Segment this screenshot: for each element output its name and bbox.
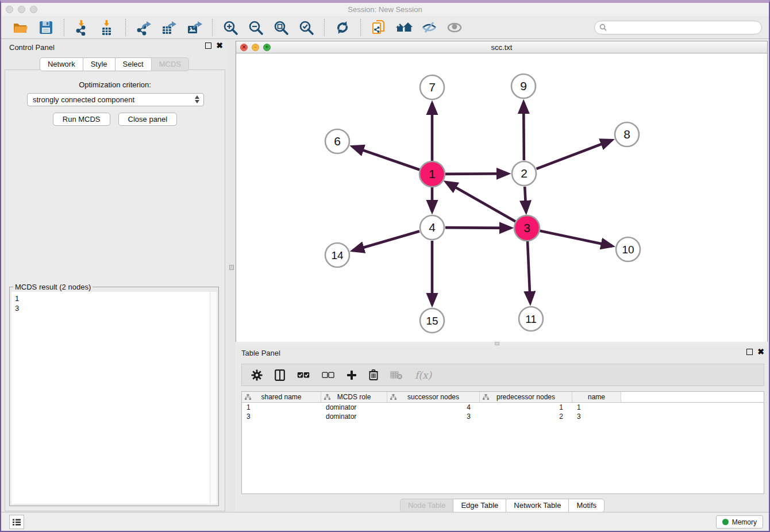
svg-text:8: 8 [623, 128, 630, 141]
table-cell: dominator [321, 412, 387, 421]
edge-4-3[interactable] [445, 228, 511, 228]
edge-4-14[interactable] [353, 231, 419, 250]
graph-node-7[interactable]: 7 [420, 75, 444, 99]
export-table-icon[interactable] [160, 19, 178, 36]
save-session-icon[interactable] [37, 19, 55, 36]
edge-2-8[interactable] [537, 140, 612, 169]
zoom-fit-icon[interactable] [272, 19, 290, 36]
toolbar-separator [212, 19, 213, 36]
memory-label: Memory [732, 518, 757, 526]
clone-network-icon[interactable] [370, 19, 387, 36]
table-cell: 1 [242, 403, 321, 412]
graph-node-10[interactable]: 10 [616, 237, 640, 261]
edge-1-2[interactable] [445, 174, 508, 174]
graph-node-2[interactable]: 2 [512, 161, 536, 186]
float-panel-icon[interactable] [205, 43, 211, 49]
tab-motifs[interactable]: Motifs [568, 499, 605, 512]
svg-text:3: 3 [523, 221, 530, 234]
control-panel-tabs: NetworkStyleSelectMCDS [1, 57, 228, 71]
graph-node-3[interactable]: 3 [514, 215, 540, 241]
graph-node-15[interactable]: 15 [420, 309, 444, 333]
graph-node-9[interactable]: 9 [511, 74, 536, 98]
edge-2-3[interactable] [525, 187, 526, 212]
trash-icon[interactable] [369, 368, 378, 382]
result-scrollbar[interactable] [210, 292, 217, 504]
list-icon [12, 518, 21, 526]
table-row[interactable]: 3dominator323 [242, 412, 764, 421]
import-table-icon[interactable] [99, 19, 116, 36]
optimization-criterion-label: Optimization criterion: [5, 80, 225, 89]
close-panel-icon[interactable]: ✖ [216, 43, 223, 49]
graph-node-14[interactable]: 14 [325, 243, 349, 267]
vertical-splitter-handle[interactable] [229, 265, 234, 270]
close-table-panel-icon[interactable]: ✖ [757, 349, 764, 355]
column-header-shared-name[interactable]: shared name [242, 392, 321, 402]
refresh-icon[interactable] [334, 19, 351, 36]
control-panel: Control Panel ✖ NetworkStyleSelectMCDS O… [1, 40, 228, 516]
search-box[interactable] [594, 21, 762, 34]
table-cell: dominator [321, 403, 387, 412]
mcds-tab-content: Optimization criterion: strongly connect… [5, 70, 225, 511]
deselect-all-icon[interactable] [322, 368, 334, 382]
horizontal-splitter-handle[interactable] [495, 342, 499, 345]
graph-node-11[interactable]: 11 [519, 307, 543, 331]
search-input[interactable] [610, 23, 748, 32]
gear-icon[interactable] [251, 368, 263, 382]
table-row[interactable]: 1dominator411 [242, 403, 764, 412]
zoom-selected-icon[interactable] [298, 19, 315, 36]
zoom-out-icon[interactable] [247, 19, 264, 36]
select-all-icon[interactable] [297, 368, 310, 382]
optimization-criterion-select[interactable]: strongly connected component [27, 93, 204, 106]
graph-node-4[interactable]: 4 [420, 215, 444, 240]
delete-table-icon [390, 368, 403, 382]
column-header-MCDS-role[interactable]: MCDS role [321, 392, 387, 402]
column-header-predecessor-nodes[interactable]: predecessor nodes [480, 392, 572, 402]
function-builder-icon: f(x) [415, 368, 432, 382]
task-history-button[interactable] [9, 515, 24, 529]
show-eye-icon[interactable] [446, 19, 463, 36]
graph-node-6[interactable]: 6 [325, 129, 349, 153]
export-network-icon[interactable] [135, 19, 152, 36]
network-canvas[interactable]: 1234678910111415 [236, 54, 767, 342]
close-panel-button[interactable]: Close panel [118, 113, 178, 126]
mcds-result-title: MCDS result (2 nodes) [13, 283, 93, 291]
vertical-splitter[interactable] [228, 40, 236, 516]
tab-network[interactable]: Network [40, 57, 83, 71]
column-header-successor-nodes[interactable]: successor nodes [387, 392, 480, 402]
memory-button[interactable]: Memory [716, 515, 763, 529]
table-toolbar: f(x) [241, 364, 764, 386]
graph-node-1[interactable]: 1 [419, 161, 445, 187]
svg-text:15: 15 [426, 315, 438, 327]
tab-edge-table[interactable]: Edge Table [453, 499, 506, 512]
column-header-name[interactable]: name [572, 392, 621, 402]
edge-3-11[interactable] [528, 241, 530, 303]
window-titlebar: Session: New Session [1, 3, 769, 16]
node-table-body: 1dominator4113dominator323 [242, 403, 764, 421]
tab-network-table[interactable]: Network Table [506, 499, 569, 512]
hide-eye-icon[interactable] [421, 19, 438, 36]
float-table-panel-icon[interactable] [746, 349, 753, 355]
edge-3-10[interactable] [540, 231, 613, 246]
status-bar: Memory [1, 512, 769, 531]
tab-select[interactable]: Select [115, 57, 152, 71]
zoom-in-icon[interactable] [222, 19, 239, 36]
import-network-icon[interactable] [74, 19, 91, 36]
home-icon[interactable] [395, 19, 413, 36]
node-table[interactable]: shared nameMCDS rolesuccessor nodesprede… [241, 391, 764, 494]
tab-node-table[interactable]: Node Table [400, 499, 454, 512]
mcds-result-list[interactable]: 13 [11, 292, 217, 504]
tab-style[interactable]: Style [83, 57, 116, 71]
edge-2-9[interactable] [523, 102, 524, 160]
columns-icon[interactable] [275, 368, 285, 382]
mcds-result-item: 1 [11, 292, 217, 303]
window-title: Session: New Session [1, 5, 769, 14]
run-mcds-button[interactable]: Run MCDS [53, 113, 110, 126]
open-session-icon[interactable] [12, 19, 29, 36]
export-image-icon[interactable] [186, 19, 203, 36]
edge-1-6[interactable] [352, 147, 419, 169]
application-window: Session: New Session Control Panel ✖ Net… [0, 0, 770, 532]
graph-node-8[interactable]: 8 [615, 122, 639, 147]
tab-mcds[interactable]: MCDS [151, 57, 189, 71]
add-column-icon[interactable] [346, 368, 357, 382]
edge-3-1[interactable] [446, 182, 515, 222]
